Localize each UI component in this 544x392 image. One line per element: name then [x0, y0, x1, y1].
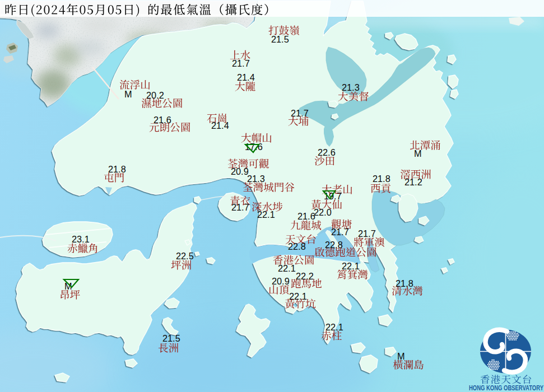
svg-text:21.7: 21.7 — [291, 108, 309, 118]
svg-text:M: M — [397, 351, 405, 361]
svg-text:22.8: 22.8 — [288, 241, 306, 251]
svg-text:22.1: 22.1 — [326, 322, 343, 332]
svg-text:HONG KONG OBSERVATORY: HONG KONG OBSERVATORY — [469, 384, 543, 392]
svg-text:21.5: 21.5 — [271, 34, 289, 44]
svg-text:21.8: 21.8 — [373, 174, 390, 184]
svg-text:19.7: 19.7 — [324, 191, 342, 201]
svg-text:21.4: 21.4 — [211, 120, 229, 130]
svg-text:22.0: 22.0 — [314, 207, 332, 217]
svg-text:21.8: 21.8 — [396, 278, 413, 288]
svg-text:21.7: 21.7 — [358, 228, 376, 239]
svg-text:M: M — [124, 89, 132, 99]
svg-text:21.3: 21.3 — [247, 174, 265, 184]
svg-text:22.1: 22.1 — [289, 291, 307, 301]
svg-text:21.7: 21.7 — [331, 227, 349, 237]
svg-text:22.6: 22.6 — [318, 147, 336, 157]
svg-text:23.1: 23.1 — [72, 234, 90, 244]
svg-text:21.2: 21.2 — [404, 177, 422, 187]
svg-text:21.7: 21.7 — [231, 202, 249, 212]
svg-text:22.2: 22.2 — [296, 271, 314, 281]
svg-text:21.6: 21.6 — [154, 115, 171, 125]
svg-text:22.1: 22.1 — [342, 261, 360, 271]
svg-text:22.8: 22.8 — [325, 240, 343, 250]
svg-text:20.2: 20.2 — [146, 90, 164, 100]
svg-text:21.8: 21.8 — [108, 164, 126, 174]
svg-text:20.9: 20.9 — [231, 166, 249, 176]
svg-text:22.1: 22.1 — [257, 209, 275, 220]
svg-text:20.9: 20.9 — [272, 276, 290, 286]
svg-text:21.3: 21.3 — [342, 82, 360, 92]
svg-text:21.6: 21.6 — [297, 211, 315, 221]
svg-text:21.4: 21.4 — [237, 72, 255, 82]
svg-text:21.5: 21.5 — [162, 333, 180, 343]
svg-text:22.1: 22.1 — [278, 263, 296, 273]
svg-text:22.5: 22.5 — [176, 251, 194, 261]
svg-text:21.7: 21.7 — [232, 58, 250, 68]
svg-text:M: M — [414, 148, 422, 158]
